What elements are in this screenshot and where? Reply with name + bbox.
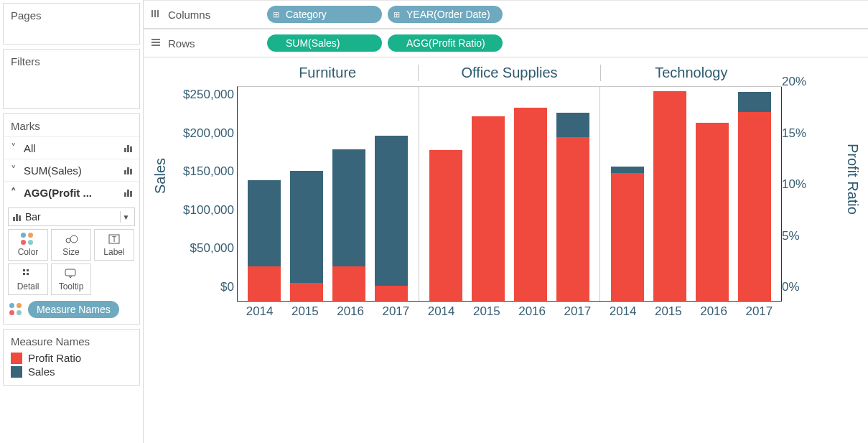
detail-icon: [22, 267, 34, 280]
x-tick-label: 2016: [328, 304, 373, 319]
rows-pill-aggprofit-label: AGG(Profit Ratio): [406, 37, 485, 49]
pages-card[interactable]: Pages: [3, 3, 140, 45]
color-button[interactable]: Color: [8, 229, 48, 261]
marks-card: Marks ˅ All ˅ SUM(Sales) ˄ AGG(Profit ..…: [3, 113, 140, 325]
chart-area: Sales Profit Ratio FurnitureOffice Suppl…: [144, 57, 868, 443]
legend-item[interactable]: Profit Ratio: [11, 352, 132, 364]
tooltip-button-label: Tooltip: [59, 281, 84, 292]
chart-bar[interactable]: [611, 167, 644, 302]
legend-swatch: [11, 366, 22, 378]
svg-rect-14: [151, 45, 160, 46]
main-area: Columns ⊞ Category ⊞ YEAR(Order Date) Ro…: [144, 0, 868, 443]
chart-bar[interactable]: [429, 150, 462, 301]
plot-region: [237, 86, 782, 302]
bars-icon: [13, 213, 21, 221]
bar-segment-sales: [556, 113, 589, 137]
rows-pill-sumsales[interactable]: SUM(Sales): [267, 34, 382, 52]
bar-segment-profit-ratio: [696, 123, 729, 301]
chevron-up-icon: ˄: [11, 186, 24, 199]
label-icon: T: [108, 233, 120, 246]
marks-color-pill-row: Measure Names: [8, 298, 135, 320]
svg-point-0: [66, 238, 70, 243]
y-left-tick: $50,000: [162, 241, 234, 256]
chart-bar[interactable]: [514, 108, 547, 301]
size-button[interactable]: Size: [51, 229, 91, 261]
legend-item-label: Profit Ratio: [28, 352, 81, 364]
marks-body: Bar ▼ Color Size: [4, 203, 139, 324]
chart-panel: [238, 87, 419, 301]
svg-rect-6: [23, 273, 25, 275]
x-tick-label: 2017: [555, 304, 600, 319]
x-tick-label: 2015: [282, 304, 327, 319]
color-icon: [9, 303, 24, 316]
label-button[interactable]: T Label: [94, 229, 134, 261]
y-right-tick: 10%: [782, 177, 806, 192]
measure-names-pill[interactable]: Measure Names: [28, 301, 119, 318]
bar-segment-profit-ratio: [290, 283, 323, 301]
bar-segment-profit-ratio: [611, 173, 644, 301]
columns-shelf[interactable]: Columns ⊞ Category ⊞ YEAR(Order Date): [144, 0, 868, 29]
svg-rect-9: [151, 10, 153, 17]
mark-type-dropdown[interactable]: Bar ▼: [8, 207, 135, 226]
columns-pill-year[interactable]: ⊞ YEAR(Order Date): [388, 6, 503, 23]
y-right-tick: 0%: [782, 280, 800, 294]
plus-icon: ⊞: [273, 10, 279, 19]
x-panel: 2014201520162017: [237, 304, 419, 319]
x-tick-label: 2014: [237, 304, 282, 319]
chart-panel: [599, 87, 782, 301]
chevron-down-icon: ˅: [11, 164, 24, 177]
filters-card[interactable]: Filters: [3, 49, 140, 109]
chart-bar[interactable]: [248, 180, 281, 301]
legend-title: Measure Names: [11, 335, 132, 348]
bar-segment-sales: [611, 167, 644, 174]
chart-bar[interactable]: [472, 116, 505, 301]
category-header: Office Supplies: [418, 65, 599, 81]
tooltip-button[interactable]: Tooltip: [51, 264, 91, 295]
bar-segment-profit-ratio: [556, 137, 589, 301]
chart-panel: [419, 87, 600, 301]
detail-button[interactable]: Detail: [8, 264, 48, 295]
chart-bar[interactable]: [653, 91, 686, 302]
bar-segment-profit-ratio: [653, 91, 686, 302]
marks-row-aggprofit[interactable]: ˄ AGG(Profit ...: [4, 181, 139, 203]
size-button-label: Size: [62, 247, 79, 257]
bar-segment-sales: [375, 136, 408, 286]
columns-pill-category-label: Category: [286, 9, 327, 20]
bar-segment-profit-ratio: [429, 150, 462, 301]
x-tick-label: 2016: [510, 304, 555, 319]
chart-bar[interactable]: [696, 123, 729, 301]
rows-pill-aggprofit[interactable]: AGG(Profit Ratio): [388, 34, 503, 52]
svg-rect-5: [27, 269, 29, 271]
columns-pill-category[interactable]: ⊞ Category: [267, 6, 382, 23]
chart-bar[interactable]: [290, 171, 323, 302]
detail-button-label: Detail: [17, 281, 39, 292]
bars-icon: [124, 188, 132, 197]
y-left-tick: $200,000: [162, 126, 234, 141]
chart-bar[interactable]: [332, 149, 365, 301]
svg-rect-12: [151, 39, 160, 40]
pages-title: Pages: [11, 9, 132, 22]
x-panel: 2014201520162017: [419, 304, 600, 319]
marks-row-sumsales[interactable]: ˅ SUM(Sales): [4, 159, 139, 181]
color-icon: [21, 233, 35, 246]
y-left-axis: $0$50,000$100,000$150,000$200,000$250,00…: [178, 86, 237, 302]
svg-rect-8: [65, 269, 75, 276]
chevron-down-icon: ˅: [11, 141, 24, 154]
bar-segment-profit-ratio: [472, 116, 505, 301]
marks-row-all[interactable]: ˅ All: [4, 136, 139, 159]
columns-icon: [149, 9, 162, 20]
chart-bar[interactable]: [375, 136, 408, 301]
marks-title: Marks: [4, 114, 139, 136]
x-tick-label: 2015: [464, 304, 509, 319]
legend-item[interactable]: Sales: [11, 365, 132, 378]
x-tick-label: 2014: [600, 304, 645, 319]
rows-shelf[interactable]: Rows SUM(Sales) AGG(Profit Ratio): [144, 29, 868, 57]
tooltip-icon: [65, 267, 78, 280]
chart-bar[interactable]: [738, 92, 771, 301]
sidebar: Pages Filters Marks ˅ All ˅ SUM(Sales) ˄…: [0, 0, 144, 443]
dropdown-arrow-icon: ▼: [120, 211, 131, 223]
bars-icon: [124, 166, 132, 174]
chart-bar[interactable]: [556, 113, 589, 302]
bar-segment-profit-ratio: [738, 112, 771, 301]
columns-label: Columns: [168, 9, 261, 21]
